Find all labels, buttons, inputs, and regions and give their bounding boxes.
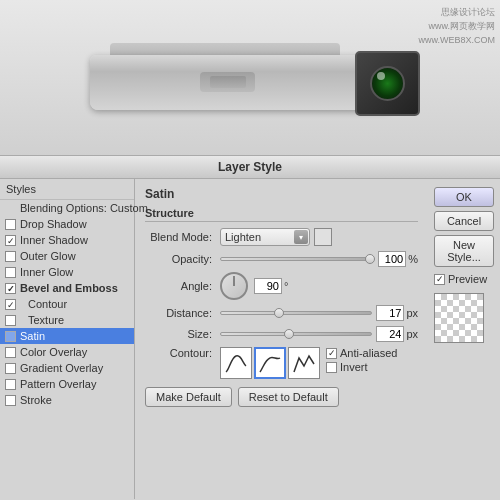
- opacity-row: Opacity: %: [145, 251, 418, 267]
- distance-value-input[interactable]: [376, 305, 404, 321]
- satin-checkbox[interactable]: [5, 331, 16, 342]
- make-default-button[interactable]: Make Default: [145, 387, 232, 407]
- style-item-pattern-overlay[interactable]: Pattern Overlay: [0, 376, 134, 392]
- layer-style-dialog: Layer Style Styles Blending Options: Cus…: [0, 155, 500, 500]
- contour-thumb-2[interactable]: [254, 347, 286, 379]
- style-item-bevel-emboss[interactable]: Bevel and Emboss: [0, 280, 134, 296]
- preview-checkbox[interactable]: [434, 274, 445, 285]
- texture-checkbox[interactable]: [5, 315, 16, 326]
- contour-control: Anti-aliased Invert: [220, 347, 397, 379]
- blend-mode-label: Blend Mode:: [145, 231, 220, 243]
- distance-label: Distance:: [145, 307, 220, 319]
- angle-unit: °: [284, 280, 288, 292]
- buttons-row: Make Default Reset to Default: [145, 387, 418, 407]
- anti-aliased-label[interactable]: Anti-aliased: [326, 347, 397, 359]
- distance-slider-thumb[interactable]: [274, 308, 284, 318]
- main-content: Satin Structure Blend Mode: Lighten ▾: [135, 179, 428, 499]
- stroke-checkbox[interactable]: [5, 395, 16, 406]
- gradient-overlay-checkbox[interactable]: [5, 363, 16, 374]
- section-title: Satin: [145, 187, 418, 201]
- distance-unit: px: [406, 307, 418, 319]
- new-style-button[interactable]: New Style...: [434, 235, 494, 267]
- style-item-outer-glow[interactable]: Outer Glow: [0, 248, 134, 264]
- device-illustration: [80, 33, 420, 123]
- reset-to-default-button[interactable]: Reset to Default: [238, 387, 339, 407]
- color-overlay-checkbox[interactable]: [5, 347, 16, 358]
- contour-svg-2: [257, 350, 283, 376]
- blend-mode-arrow-icon: ▾: [294, 230, 308, 244]
- contour-thumb-3[interactable]: [288, 347, 320, 379]
- contour-checkbox[interactable]: [5, 299, 16, 310]
- style-item-inner-shadow[interactable]: Inner Shadow: [0, 232, 134, 248]
- style-item-satin[interactable]: Satin: [0, 328, 134, 344]
- contour-svg-1: [223, 350, 249, 376]
- right-panel: OK Cancel New Style... Preview: [428, 179, 500, 499]
- cancel-button[interactable]: Cancel: [434, 211, 494, 231]
- angle-label: Angle:: [145, 280, 220, 292]
- angle-row: Angle: °: [145, 272, 418, 300]
- distance-row: Distance: px: [145, 305, 418, 321]
- size-row: Size: px: [145, 326, 418, 342]
- watermark: 思缘设计论坛 www.网页教学网 www.WEB8X.COM: [418, 5, 495, 47]
- size-slider-track[interactable]: [220, 332, 372, 336]
- size-slider-thumb[interactable]: [284, 329, 294, 339]
- contour-options: Anti-aliased Invert: [326, 347, 397, 375]
- styles-panel: Styles Blending Options: Custom Drop Sha…: [0, 179, 135, 499]
- preview-swatch: [434, 293, 484, 343]
- opacity-slider-track[interactable]: [220, 257, 374, 261]
- invert-checkbox[interactable]: [326, 362, 337, 373]
- style-item-gradient-overlay[interactable]: Gradient Overlay: [0, 360, 134, 376]
- invert-label[interactable]: Invert: [326, 361, 397, 373]
- opacity-unit: %: [408, 253, 418, 265]
- distance-slider-track[interactable]: [220, 311, 372, 315]
- style-item-drop-shadow[interactable]: Drop Shadow: [0, 216, 134, 232]
- opacity-label: Opacity:: [145, 253, 220, 265]
- angle-needle: [234, 276, 235, 286]
- section-subtitle: Structure: [145, 207, 418, 222]
- size-slider-container: px: [220, 326, 418, 342]
- blend-mode-color-swatch[interactable]: [314, 228, 332, 246]
- contour-thumb-1[interactable]: [220, 347, 252, 379]
- blend-mode-control: Lighten ▾: [220, 228, 418, 246]
- styles-header: Styles: [0, 179, 134, 200]
- opacity-slider-container: %: [220, 251, 418, 267]
- bevel-emboss-checkbox[interactable]: [5, 283, 16, 294]
- outer-glow-checkbox[interactable]: [5, 251, 16, 262]
- style-item-inner-glow[interactable]: Inner Glow: [0, 264, 134, 280]
- preview-checkbox-label[interactable]: Preview: [434, 273, 494, 285]
- style-item-contour[interactable]: Contour: [0, 296, 134, 312]
- contour-thumbnails: [220, 347, 320, 379]
- size-value-input[interactable]: [376, 326, 404, 342]
- size-label: Size:: [145, 328, 220, 340]
- drop-shadow-checkbox[interactable]: [5, 219, 16, 230]
- style-item-texture[interactable]: Texture: [0, 312, 134, 328]
- contour-row: Contour:: [145, 347, 418, 379]
- distance-slider-container: px: [220, 305, 418, 321]
- blend-mode-row: Blend Mode: Lighten ▾: [145, 228, 418, 246]
- size-unit: px: [406, 328, 418, 340]
- opacity-value-input[interactable]: [378, 251, 406, 267]
- top-image-area: 思缘设计论坛 www.网页教学网 www.WEB8X.COM: [0, 0, 500, 155]
- angle-dial[interactable]: [220, 272, 248, 300]
- pattern-overlay-checkbox[interactable]: [5, 379, 16, 390]
- contour-svg-3: [291, 350, 317, 376]
- opacity-slider-thumb[interactable]: [365, 254, 375, 264]
- ok-button[interactable]: OK: [434, 187, 494, 207]
- angle-control-group: °: [220, 272, 418, 300]
- contour-label: Contour:: [145, 347, 220, 359]
- dialog-title: Layer Style: [0, 156, 500, 179]
- inner-shadow-checkbox[interactable]: [5, 235, 16, 246]
- angle-value-input[interactable]: [254, 278, 282, 294]
- blend-mode-dropdown-wrapper: Lighten ▾: [220, 228, 310, 246]
- anti-aliased-checkbox[interactable]: [326, 348, 337, 359]
- style-item-color-overlay[interactable]: Color Overlay: [0, 344, 134, 360]
- style-item-stroke[interactable]: Stroke: [0, 392, 134, 408]
- style-item-blending[interactable]: Blending Options: Custom: [0, 200, 134, 216]
- inner-glow-checkbox[interactable]: [5, 267, 16, 278]
